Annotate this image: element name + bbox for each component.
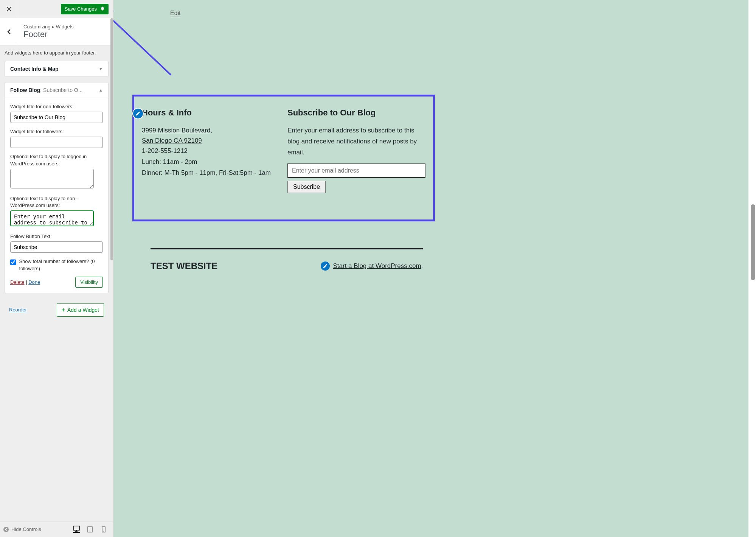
close-customizer-button[interactable] <box>0 0 18 18</box>
hide-controls-button[interactable]: Hide Controls <box>3 526 41 532</box>
tablet-icon[interactable] <box>87 526 93 533</box>
address-line-2[interactable]: San Diego CA 92109 <box>142 135 280 146</box>
footer-highlight-box: Hours & Info 3999 Mission Boulevard, San… <box>132 95 435 221</box>
svg-line-7 <box>113 14 171 75</box>
non-followers-label: Widget title for non-followers: <box>10 103 103 110</box>
button-text-input[interactable] <box>10 241 103 253</box>
button-text-label: Follow Button Text: <box>10 233 103 240</box>
widget-contact-header[interactable]: Contact Info & Map ▼ <box>5 61 108 76</box>
show-followers-checkbox[interactable] <box>10 259 16 266</box>
logged-in-textarea[interactable] <box>10 169 94 188</box>
widget-follow-header[interactable]: Follow Blog: Subscribe to O... ▲ <box>5 82 108 98</box>
svg-rect-1 <box>73 526 79 530</box>
subscribe-desc: Enter your email address to subscribe to… <box>287 125 425 158</box>
site-title: TEST WEBSITE <box>151 261 217 271</box>
gear-icon <box>100 6 105 12</box>
done-link[interactable]: Done <box>28 279 40 285</box>
breadcrumb-title: Footer <box>23 30 108 39</box>
svg-point-0 <box>3 527 9 532</box>
widget-follow-title: Follow Blog: Subscribe to O... <box>10 87 82 93</box>
breadcrumb-path: Customizing ▸ Widgets <box>23 24 108 30</box>
hours-title: Hours & Info <box>142 108 280 118</box>
delete-link[interactable]: Delete <box>10 279 25 285</box>
lunch-hours: Lunch: 11am - 2pm <box>142 157 280 168</box>
non-followers-input[interactable] <box>10 112 103 123</box>
svg-point-5 <box>103 531 104 532</box>
subscribe-title: Subscribe to Our Blog <box>287 108 425 118</box>
save-button[interactable]: Save Changes <box>61 4 109 14</box>
chevron-up-icon: ▲ <box>99 88 103 92</box>
desktop-icon[interactable] <box>73 526 80 533</box>
edit-link[interactable]: Edit <box>170 10 181 17</box>
widget-contact-title: Contact Info & Map <box>10 66 59 72</box>
sidebar-description: Add widgets here to appear in your foote… <box>5 50 109 56</box>
email-input[interactable] <box>287 163 425 178</box>
non-wp-label: Optional text to display to non-WordPres… <box>10 195 103 209</box>
add-widget-button[interactable]: + Add a Widget <box>57 303 104 317</box>
followers-label: Widget title for followers: <box>10 128 103 135</box>
show-followers-label: Show total number of followers? (0 follo… <box>19 258 103 272</box>
svg-point-3 <box>90 531 90 532</box>
address-line-1[interactable]: 3999 Mission Boulevard, <box>142 125 280 135</box>
chevron-down-icon: ▼ <box>99 67 103 71</box>
subscribe-button[interactable]: Subscribe <box>287 181 326 193</box>
mobile-icon[interactable] <box>100 526 107 533</box>
wordpress-icon <box>321 261 330 271</box>
sidebar-scrollbar[interactable] <box>110 18 113 260</box>
preview-scrollbar[interactable] <box>751 204 755 280</box>
logged-in-label: Optional text to display to logged in Wo… <box>10 153 103 167</box>
followers-input[interactable] <box>10 137 103 148</box>
non-wp-textarea[interactable]: Enter your email address to subscribe to… <box>10 210 94 226</box>
phone: 1-202-555-1212 <box>142 146 280 157</box>
annotation-arrow <box>113 11 179 79</box>
save-label: Save Changes <box>65 6 97 12</box>
visibility-button[interactable]: Visibility <box>75 277 103 288</box>
edit-widget-icon[interactable] <box>132 108 144 119</box>
plus-icon: + <box>62 307 65 313</box>
wordpress-link[interactable]: Start a Blog at WordPress.com <box>333 262 421 269</box>
dinner-hours: Dinner: M-Th 5pm - 11pm, Fri-Sat:5pm - 1… <box>142 168 280 179</box>
reorder-link[interactable]: Reorder <box>9 307 27 313</box>
back-button[interactable] <box>0 18 18 45</box>
